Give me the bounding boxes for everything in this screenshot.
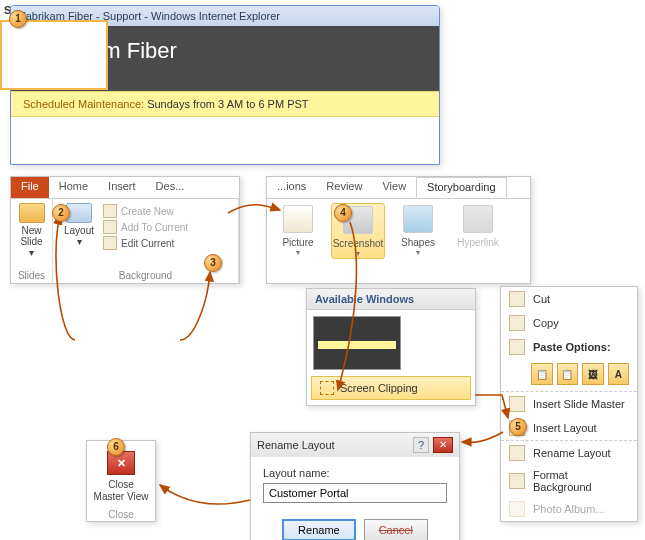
ribbon-tabs: File Home Insert Des...: [11, 177, 239, 199]
layout-name-input[interactable]: [263, 483, 447, 503]
chevron-down-icon: ▾: [59, 236, 99, 247]
ctx-format-background[interactable]: Format Background: [501, 465, 637, 497]
new-slide-icon: [19, 203, 45, 223]
step-badge-5: 5: [509, 418, 527, 436]
close-button[interactable]: ✕: [433, 437, 453, 453]
context-menu: Cut Copy Paste Options: 📋 📋 🖼 A Insert S…: [500, 286, 638, 522]
ribbon-storyboarding: ...ions Review View Storyboarding Pictur…: [266, 176, 531, 284]
ctx-cut[interactable]: Cut: [501, 287, 637, 311]
dialog-title: Rename Layout: [257, 439, 335, 451]
step-badge-6: 6: [107, 438, 125, 456]
screen-clipping-button[interactable]: Screen Clipping: [311, 376, 471, 400]
hyperlink-button[interactable]: Hyperlink: [451, 203, 505, 259]
hyperlink-icon: [463, 205, 493, 233]
chevron-down-icon: ▾: [391, 248, 445, 257]
tab-home[interactable]: Home: [49, 177, 98, 198]
step-badge-2: 2: [52, 204, 70, 222]
picture-icon: [283, 205, 313, 233]
rename-icon: [509, 445, 525, 461]
tab-design[interactable]: Des...: [146, 177, 195, 198]
add-to-current-button[interactable]: Add To Current: [103, 219, 232, 235]
available-windows-title: Available Windows: [307, 289, 475, 310]
maintenance-text: Sundays from 3 AM to 6 PM PST: [147, 98, 308, 110]
chevron-down-icon: ▾: [271, 248, 325, 257]
photo-album-icon: [509, 501, 525, 517]
window-thumbnail[interactable]: [313, 316, 401, 370]
ctx-copy[interactable]: Copy: [501, 311, 637, 335]
help-button[interactable]: ?: [413, 437, 429, 453]
layout-name-label: Layout name:: [263, 467, 447, 479]
rename-button[interactable]: Rename: [282, 519, 356, 540]
maintenance-label: Scheduled Maintenance:: [23, 98, 144, 110]
rename-layout-dialog: Rename Layout ? ✕ Layout name: Rename Ca…: [250, 432, 460, 540]
ctx-paste-options: Paste Options:: [501, 335, 637, 359]
paste-options-row: 📋 📋 🖼 A: [501, 359, 637, 391]
step-badge-1: 1: [9, 10, 27, 28]
format-bg-icon: [509, 473, 525, 489]
template-thumbnail-blank[interactable]: [0, 20, 108, 90]
scissors-icon: [509, 291, 525, 307]
tab-storyboarding[interactable]: Storyboarding: [416, 177, 507, 198]
ctx-photo-album: Photo Album...: [501, 497, 637, 521]
cancel-button[interactable]: Cancel: [364, 519, 428, 540]
chevron-down-icon: ▾: [17, 247, 46, 258]
page-icon: [103, 204, 117, 218]
paste-opt-4[interactable]: A: [608, 363, 630, 385]
tab-view[interactable]: View: [372, 177, 416, 198]
dialog-titlebar: Rename Layout ? ✕: [251, 433, 459, 457]
edit-current-button[interactable]: Edit Current: [103, 235, 232, 251]
ctx-insert-slide-master[interactable]: Insert Slide Master: [501, 391, 637, 416]
paste-opt-2[interactable]: 📋: [557, 363, 579, 385]
shapes-button[interactable]: Shapes ▾: [391, 203, 445, 259]
paste-opt-3[interactable]: 🖼: [582, 363, 604, 385]
tab-insert[interactable]: Insert: [98, 177, 146, 198]
shapes-icon: [403, 205, 433, 233]
page-add-icon: [103, 220, 117, 234]
ctx-rename-layout[interactable]: Rename Layout: [501, 440, 637, 465]
maintenance-banner: Scheduled Maintenance: Sundays from 3 AM…: [11, 91, 439, 117]
clip-icon: [320, 381, 334, 395]
chevron-down-icon: ▾: [332, 249, 384, 258]
step-badge-4: 4: [334, 204, 352, 222]
tab-review[interactable]: Review: [316, 177, 372, 198]
page-edit-icon: [103, 236, 117, 250]
ribbon-tabs-2: ...ions Review View Storyboarding: [267, 177, 530, 199]
tab-transitions[interactable]: ...ions: [267, 177, 316, 198]
copy-icon: [509, 315, 525, 331]
step-badge-3: 3: [204, 254, 222, 272]
available-windows-dropdown: Available Windows Screen Clipping: [306, 288, 476, 406]
new-slide-button[interactable]: New Slide ▾: [17, 203, 46, 258]
tab-file[interactable]: File: [11, 177, 49, 198]
picture-button[interactable]: Picture ▾: [271, 203, 325, 259]
clipboard-icon: [509, 339, 525, 355]
create-new-button[interactable]: Create New: [103, 203, 232, 219]
paste-opt-1[interactable]: 📋: [531, 363, 553, 385]
slide-master-icon: [509, 396, 525, 412]
